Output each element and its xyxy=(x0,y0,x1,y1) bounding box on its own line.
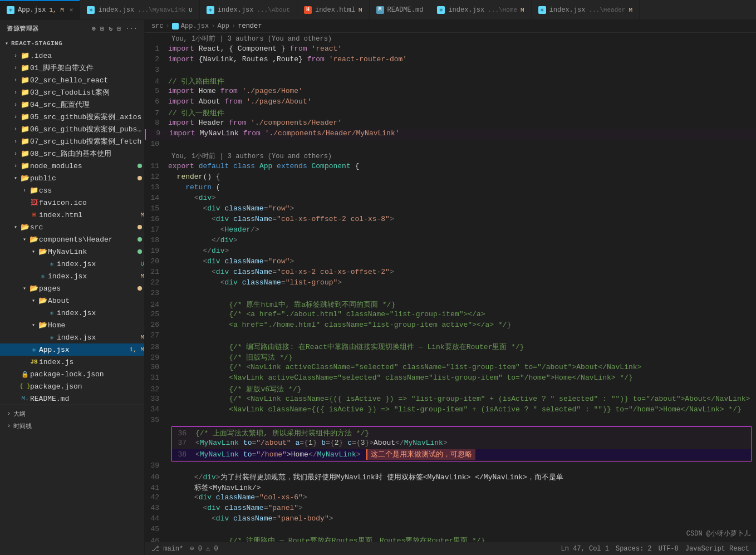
code-editor[interactable]: 1 import React, { Component } from 'reac… xyxy=(145,45,756,542)
sidebar-item-mynavlink[interactable]: ▾ 📂 MyNavLink xyxy=(0,245,144,258)
git-dot xyxy=(138,237,142,242)
code-line-38: 38 <MyNavLink to="/home">Home</MyNavLink… xyxy=(172,449,751,460)
code-line-18: 18 </div> xyxy=(145,236,756,247)
code-line-35: 35 xyxy=(145,416,756,426)
sidebar-item-index-js[interactable]: › JS index.js xyxy=(0,356,144,368)
code-line-25: 25 {/* <a href="./about.html" className=… xyxy=(145,310,756,321)
tree-item-label: index.js xyxy=(39,358,144,366)
sidebar-item-06[interactable]: › 📁 06_src_github搜索案例_pubsub xyxy=(0,123,144,135)
tab-readme-md[interactable]: M README.md xyxy=(370,0,431,19)
code-line-27: 27 xyxy=(145,331,756,342)
tab-index-html[interactable]: H index.html M xyxy=(297,0,370,19)
folder-icon: 📁 xyxy=(20,63,30,72)
sidebar-item-idea[interactable]: › 📁 .idea xyxy=(0,50,144,62)
sidebar-item-src[interactable]: ▾ 📂 src xyxy=(0,221,144,233)
react-icon: ⚛ xyxy=(538,6,546,14)
sidebar-item-01[interactable]: › 📁 01_脚手架自带文件 xyxy=(0,62,144,74)
expand-arrow: › xyxy=(11,102,20,108)
sidebar-item-04[interactable]: › 📁 04_src_配置代理 xyxy=(0,99,144,111)
code-line-7: 7 // 引入一般组件 xyxy=(145,108,756,119)
collapse-icon[interactable]: ⊟ xyxy=(117,25,121,32)
language-status: JavaScript React xyxy=(685,545,749,553)
new-file-icon[interactable]: ⊕ xyxy=(92,25,96,32)
sidebar-panel-timeline[interactable]: › 时间线 xyxy=(0,420,144,432)
expand-arrow: › xyxy=(11,151,20,157)
sidebar-item-08[interactable]: › 📁 08_src_路由的基本使用 xyxy=(0,148,144,160)
code-line-24: 24 {/* 原生html中, 靠a标签跳转到不同的页面 */} xyxy=(145,299,756,310)
sidebar-item-package-json[interactable]: › { } package.json xyxy=(0,380,144,392)
expand-arrow: › xyxy=(4,411,13,417)
sidebar-item-mynavlink-index[interactable]: › ⚛ index.jsx U xyxy=(0,258,144,270)
tab-index-jsx-about[interactable]: ⚛ index.jsx ...\About xyxy=(200,0,297,19)
sidebar-item-css[interactable]: › 📁 css xyxy=(0,184,144,197)
code-line-40: 40 </div>为了封装得更加规范，我们最好使用MyNavLink时 使用双标… xyxy=(145,472,756,483)
sidebar-item-components-header[interactable]: ▾ 📂 components\Header xyxy=(0,233,144,245)
code-line-17: 17 <Header/> xyxy=(145,225,756,236)
code-line-14: 14 <div> xyxy=(145,194,756,204)
git-dot xyxy=(138,225,142,229)
sidebar-root[interactable]: ▾ REACT-STAGING xyxy=(0,37,144,50)
tab-label: index.html xyxy=(315,6,355,14)
code-line-41: 41 标签<MyNavLink/> xyxy=(145,483,756,493)
react-icon: ⚛ xyxy=(207,6,214,14)
sidebar-item-header-index[interactable]: › ⚛ index.jsx M xyxy=(0,270,144,282)
spaces-status: Spaces: 2 xyxy=(616,545,652,553)
sidebar-item-favicon[interactable]: › 🖼 favicon.ico xyxy=(0,197,144,209)
tab-index-jsx-home[interactable]: ⚛ index.jsx ...\Home M xyxy=(430,0,531,19)
sidebar-item-index-html[interactable]: › H index.html M xyxy=(0,209,144,221)
tab-sublabel: ...\Header xyxy=(588,7,625,13)
encoding-status: UTF-8 xyxy=(659,545,679,553)
folder-open-icon: 📂 xyxy=(29,284,39,293)
code-line-31: 31 <NavLink activeClassName="selected" c… xyxy=(145,374,756,384)
git-badge: 1, M xyxy=(130,346,144,353)
tab-app-jsx[interactable]: ⚛ App.jsx 1, M ✕ xyxy=(0,0,80,19)
sidebar-item-07[interactable]: › 📁 07_src_github搜索案例_fetch xyxy=(0,135,144,148)
code-line-12: 12 render() { xyxy=(145,173,756,183)
main-layout: 资源管理器 ⊕ ⊞ ↻ ⊟ ··· ▾ REACT-STAGING › 📁 .i… xyxy=(0,20,756,555)
sidebar-header: 资源管理器 ⊕ ⊞ ↻ ⊟ ··· xyxy=(0,20,144,37)
sidebar-item-home-index[interactable]: › ⚛ index.jsx M xyxy=(0,331,144,343)
code-line-20: 20 <div className="row"> xyxy=(145,257,756,268)
sidebar-item-package-lock[interactable]: › 🔒 package-lock.json xyxy=(0,368,144,380)
sidebar-item-pages[interactable]: ▾ 📂 pages xyxy=(0,282,144,294)
sidebar-item-home[interactable]: ▾ 📂 Home xyxy=(0,319,144,331)
sidebar-item-02[interactable]: › 📁 02_src_hello_react xyxy=(0,74,144,86)
pkg-file-icon: { } xyxy=(20,383,30,390)
code-line-19: 19 </div> xyxy=(145,247,756,257)
new-folder-icon[interactable]: ⊞ xyxy=(100,25,104,32)
tree-item-label: About xyxy=(48,297,144,305)
sidebar-item-about[interactable]: ▾ 📂 About xyxy=(0,294,144,307)
tab-label: README.md xyxy=(387,6,424,14)
sidebar-item-05[interactable]: › 📁 05_src_github搜索案例_axios xyxy=(0,111,144,123)
expand-arrow: › xyxy=(11,90,20,96)
expand-arrow: › xyxy=(11,114,20,120)
sidebar-item-public[interactable]: ▾ 📂 public xyxy=(0,172,144,184)
git-badge: U xyxy=(140,261,144,267)
folder-open-icon: 📂 xyxy=(38,321,48,330)
sidebar-item-about-index[interactable]: › ⚛ index.jsx xyxy=(0,307,144,319)
tree-item-label: package-lock.json xyxy=(30,370,144,379)
code-line-34: 34 <NavLink className={({ isActive }) =>… xyxy=(145,405,756,416)
sidebar-item-app-jsx[interactable]: › ⚛ App.jsx 1, M xyxy=(0,343,144,356)
sidebar-item-readme[interactable]: › M↓ README.md xyxy=(0,392,144,405)
expand-arrow: › xyxy=(11,53,20,59)
sidebar-item-03[interactable]: › 📁 03_src_TodoList案例 xyxy=(0,86,144,99)
tree-item-label: 07_src_github搜索案例_fetch xyxy=(30,136,144,146)
sidebar: 资源管理器 ⊕ ⊞ ↻ ⊟ ··· ▾ REACT-STAGING › 📁 .i… xyxy=(0,20,145,555)
tab-label: index.jsx xyxy=(98,6,134,14)
refresh-icon[interactable]: ↻ xyxy=(109,25,112,32)
tab-close-button[interactable]: ✕ xyxy=(70,6,73,13)
tab-modified-badge: 1, M xyxy=(49,7,63,13)
code-line-3: 3 xyxy=(145,66,756,76)
status-right: Ln 47, Col 1 Spaces: 2 UTF-8 JavaScript … xyxy=(561,545,749,553)
more-icon[interactable]: ··· xyxy=(126,25,138,32)
md-icon: M xyxy=(376,6,384,14)
tab-index-jsx-mynav[interactable]: ⚛ index.jsx ...\MyNavLink U xyxy=(80,0,199,19)
status-left: ⎇ main* ⊙ 0 ⚠ 0 xyxy=(151,544,218,553)
tree-item-label: index.jsx xyxy=(48,272,138,281)
code-line-37: 37 <MyNavLink to="/about" a={1} b={2} c=… xyxy=(172,439,751,449)
sidebar-item-node-modules[interactable]: › 📁 node_modules xyxy=(0,160,144,172)
react-file-icon: ⚛ xyxy=(47,310,57,317)
sidebar-panel-outline[interactable]: › 大纲 xyxy=(0,407,144,420)
tab-index-jsx-header[interactable]: ⚛ index.jsx ...\Header M xyxy=(532,0,640,19)
